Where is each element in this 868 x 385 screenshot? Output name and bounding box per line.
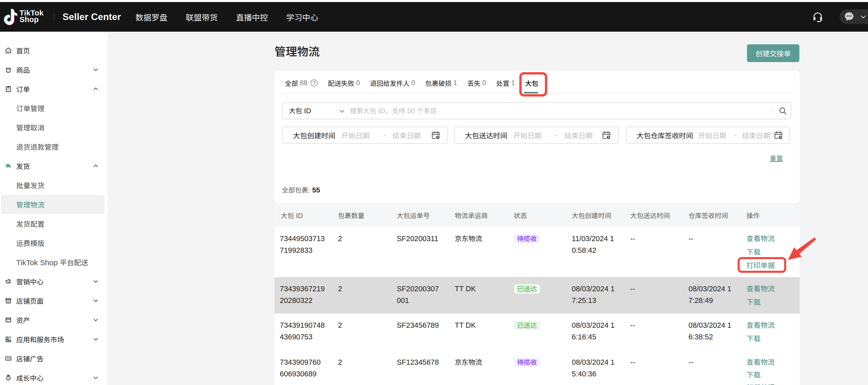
sidebar-item-manage-cancellations[interactable]: 管理取消 [0,118,107,137]
col-header-carrier: 物流承运商 [455,203,510,227]
sidebar-item-orders[interactable]: 订单 [0,79,107,98]
topbar-nav: 数据罗盘 联盟带货 直播中控 学习中心 [135,2,318,32]
annotation-box-tab [519,72,547,96]
sidebar-item-label: 首页 [16,46,30,56]
cell-status: 已送达 [514,319,540,331]
sidebar-item-finances[interactable]: 资产 [0,310,107,329]
cell-package-id: 73449503713 71992833 [280,233,334,256]
cell-qty: 2 [338,233,393,244]
sidebar-item-returns-refunds[interactable]: 退货退款管理 [0,137,107,156]
sidebar-item-bulk-shipping[interactable]: 批量发货 [0,176,107,195]
nav-affiliate[interactable]: 联盟带货 [186,11,218,23]
sidebar-item-shop-pages[interactable]: 店铺页面 [0,291,107,310]
sidebar: 首页 商品 订单 订单管理 管理取消 退货退款管理 [0,32,107,385]
cell-signed: -- [688,356,743,368]
status-badge: 待揽收 [514,234,540,243]
cell-signed: 08/03/2024 1 6:38:52 [688,319,743,343]
tab-returned-to-sender[interactable]: 退回给发件人 0 [370,78,415,88]
chevron-down-icon [93,375,99,381]
sidebar-item-label: TikTok Shop 平台配送 [16,257,88,267]
help-circle-icon[interactable] [310,79,318,87]
message-pill[interactable] [840,9,868,24]
cell-qty: 2 [338,319,393,331]
grid-icon [5,336,12,343]
cell-status: 已送达 [514,283,540,295]
cell-actions: 查看物流 下载 [746,319,796,346]
chevron-up-icon [93,86,99,92]
print-receipt-link[interactable]: 打印单据 [746,382,796,385]
sidebar-item-shop-ads[interactable]: AD 店铺广告 [0,349,107,368]
calendar-clock-icon[interactable] [774,131,783,140]
sidebar-item-shipping-templates[interactable]: 运费模版 [0,233,107,253]
col-header-package-id: 大包 ID [281,203,335,227]
sidebar-item-products[interactable]: 商品 [0,60,107,79]
nav-learning-center[interactable]: 学习中心 [286,11,318,23]
package-summary: 全部包裹:55 [282,185,320,195]
status-badge: 待揽收 [514,358,540,367]
sidebar-item-label: 批量发货 [16,180,44,190]
sidebar-item-app-store[interactable]: 应用和服务市场 [0,329,107,349]
filter-created-time[interactable]: 大包创建时间 开始日期 - 结束日期 [282,127,448,144]
reset-link[interactable]: 重置 [770,154,783,163]
cell-carrier: 京东物流 [455,233,510,244]
sidebar-item-label: 管理取消 [16,122,44,132]
cell-waybill: SF12345678 [397,356,451,368]
chat-bubble-icon [844,11,854,22]
create-handover-button[interactable]: 创建交接单 [747,44,799,62]
download-link[interactable]: 下载 [746,369,796,381]
col-header-delivered: 大包送达时间 [630,203,685,227]
sidebar-item-order-management[interactable]: 订单管理 [0,98,107,118]
col-header-actions: 操作 [746,203,796,227]
tab-package-damaged[interactable]: 包裹破损 1 [425,78,457,88]
search-input[interactable]: 搜索大包 ID，支持 50 个条目 [350,103,437,119]
tab-delivery-failed[interactable]: 配送失败 0 [328,78,360,88]
brand-wordmark: TikTok Shop [20,10,43,23]
table-row: 73439367219 20280322 2 SF20200307 001 TT… [275,277,800,314]
search-field-selector[interactable]: 大包 ID [289,103,311,119]
search-icon[interactable] [779,107,787,115]
topbar-divider [54,13,54,21]
cell-waybill: SF23456789 [397,319,451,331]
table-header: 大包 ID 包裹数量 大包运单号 物流承运商 状态 大包创建时间 大包送达时间 … [275,203,800,227]
calendar-clock-icon[interactable] [431,131,440,140]
sidebar-item-shipping[interactable]: 发货 [0,156,107,176]
calendar-clock-icon[interactable] [602,131,611,140]
nav-data-compass[interactable]: 数据罗盘 [135,11,167,23]
view-logistics-link[interactable]: 查看物流 [746,356,796,368]
table-row: 73439190748 43690753 2 SF23456789 TT DK … [275,314,800,351]
annotation-box-print [738,257,786,273]
sidebar-item-growth-center[interactable]: 成长中心 [0,368,107,385]
filter-warehouse-signed-time[interactable]: 大包仓库签收时间 开始日期 - 结束日期 [626,127,790,144]
tab-all[interactable]: 全部 88 [285,78,318,88]
support-headset-icon[interactable] [812,11,824,23]
sidebar-item-home[interactable]: 首页 [0,41,107,60]
search-bar[interactable]: 大包 ID 搜索大包 ID，支持 50 个条目 [282,102,791,119]
sidebar-item-label: 资产 [16,315,30,325]
cell-carrier: TT DK [455,319,510,331]
sidebar-item-label: 店铺页面 [16,296,43,306]
sidebar-item-shipping-settings[interactable]: 发货配置 [0,214,107,233]
tab-disposal[interactable]: 处置 1 [496,78,515,88]
sidebar-item-platform-fulfillment[interactable]: TikTok Shop 平台配送 [0,253,107,272]
tab-lost[interactable]: 丢失 0 [467,78,486,88]
view-logistics-link[interactable]: 查看物流 [746,319,796,331]
clipboard-icon [5,86,12,92]
chevron-down-icon [860,14,866,20]
cell-status: 待揽收 [514,356,540,368]
view-logistics-link[interactable]: 查看物流 [746,283,796,295]
download-link[interactable]: 下载 [746,333,796,345]
sidebar-item-label: 订单管理 [16,103,44,113]
download-link[interactable]: 下载 [746,296,796,308]
cell-carrier: 京东物流 [455,356,510,368]
cell-created: 11/03/2024 1 0:58:42 [572,233,627,256]
cell-status: 待揽收 [514,233,540,244]
cell-created: 08/03/2024 1 6:16:45 [572,319,627,343]
cell-delivered: -- [630,283,685,295]
sidebar-item-manage-logistics[interactable]: 管理物流 [1,195,104,214]
cell-delivered: -- [630,319,685,331]
sidebar-item-marketing-center[interactable]: 营销中心 [0,272,107,291]
col-header-qty: 包裹数量 [338,203,393,227]
cell-created: 08/03/2024 1 7:25:13 [572,283,627,306]
nav-live-center[interactable]: 直播中控 [236,11,268,23]
filter-delivered-time[interactable]: 大包送达时间 开始日期 - 结束日期 [454,127,619,144]
